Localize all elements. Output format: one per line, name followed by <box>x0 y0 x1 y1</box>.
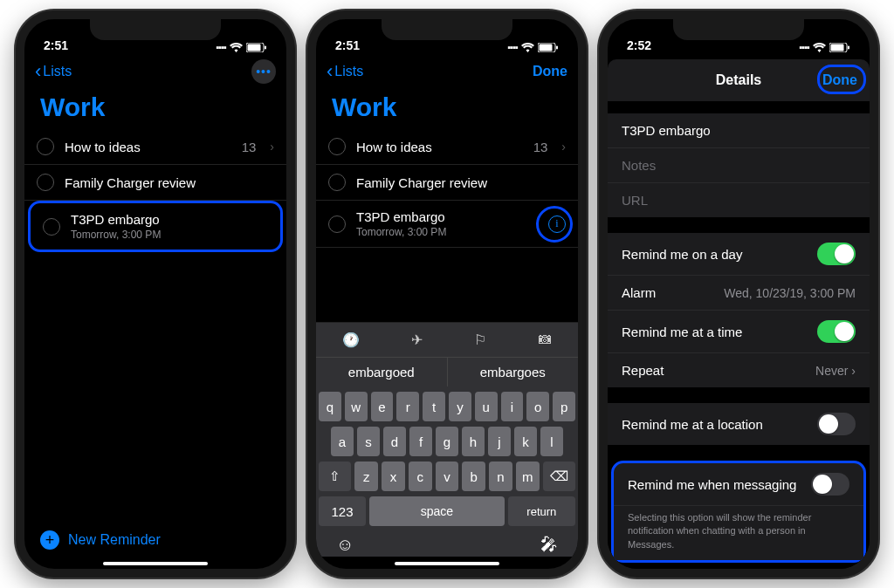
backspace-key[interactable]: ⌫ <box>543 462 575 491</box>
phone-edit-view: 2:51 ▪▪▪▪ ‹ Lists Done Work How to ideas… <box>307 10 587 578</box>
key[interactable]: o <box>526 392 549 421</box>
status-indicators: ▪▪▪▪ <box>507 42 559 52</box>
cellular-icon: ▪▪▪▪ <box>799 42 809 52</box>
battery-icon <box>538 43 559 52</box>
remind-time-toggle[interactable] <box>817 320 856 343</box>
key[interactable]: u <box>475 392 498 421</box>
key[interactable]: t <box>423 392 445 421</box>
remind-messaging-row[interactable]: Remind me when messaging <box>614 463 863 506</box>
reminder-radio[interactable] <box>328 215 346 233</box>
chevron-left-icon: ‹ <box>327 62 333 81</box>
details-title: Details <box>716 72 761 88</box>
dictation-button[interactable]: 🎤︎ <box>540 535 558 555</box>
svg-rect-4 <box>540 44 553 51</box>
home-indicator[interactable] <box>103 562 208 565</box>
reminder-title: T3PD embargo <box>71 212 268 227</box>
remind-location-toggle[interactable] <box>817 413 856 435</box>
repeat-row[interactable]: Repeat Never › <box>608 353 870 387</box>
notch <box>90 19 221 40</box>
key[interactable]: p <box>553 392 575 421</box>
key[interactable]: j <box>488 427 511 456</box>
reminder-row[interactable]: Family Charger review <box>316 165 578 201</box>
key[interactable]: n <box>489 462 512 491</box>
emoji-button[interactable]: ☺ <box>336 535 354 555</box>
key[interactable]: c <box>409 462 432 491</box>
done-button[interactable]: Done <box>533 64 567 79</box>
status-indicators: ▪▪▪▪ <box>216 42 267 52</box>
svg-rect-8 <box>848 45 849 49</box>
reminder-row-highlighted[interactable]: T3PD embargo Tomorrow, 3:00 PM <box>28 201 283 252</box>
reminder-row[interactable]: Family Charger review <box>24 165 286 201</box>
key[interactable]: v <box>436 462 459 491</box>
reminder-row-editing[interactable]: T3PD embargo Tomorrow, 3:00 PM i <box>316 201 578 248</box>
key[interactable]: w <box>345 392 368 421</box>
reminder-radio[interactable] <box>37 174 54 191</box>
suggestion[interactable]: embargoed <box>316 358 448 386</box>
done-button[interactable]: Done <box>822 72 857 88</box>
key[interactable]: m <box>516 462 540 491</box>
shift-key[interactable]: ⇧ <box>319 462 351 491</box>
key[interactable]: a <box>331 427 354 456</box>
remind-location-row[interactable]: Remind me at a location <box>608 403 870 445</box>
key[interactable]: l <box>540 427 563 456</box>
info-button[interactable]: i <box>548 215 566 233</box>
key[interactable]: d <box>383 427 406 456</box>
return-key[interactable]: return <box>508 496 575 526</box>
remind-time-row[interactable]: Remind me at a time <box>608 311 870 353</box>
key[interactable]: g <box>436 427 458 456</box>
key[interactable]: q <box>319 392 341 421</box>
reminder-count: 13 <box>242 140 257 154</box>
back-button[interactable]: ‹ Lists <box>35 62 72 81</box>
key[interactable]: h <box>462 427 485 456</box>
key[interactable]: z <box>354 462 378 491</box>
battery-icon <box>246 43 267 52</box>
number-key[interactable]: 123 <box>319 496 366 526</box>
key[interactable]: x <box>382 462 405 491</box>
chevron-right-icon: › <box>561 140 566 154</box>
alarm-row[interactable]: Alarm Wed, 10/23/19, 3:00 PM <box>608 276 870 311</box>
reminder-radio[interactable] <box>328 138 346 155</box>
new-reminder-label: New Reminder <box>68 532 161 548</box>
back-button[interactable]: ‹ Lists <box>327 62 363 81</box>
key[interactable]: k <box>514 427 537 456</box>
reminder-subtitle: Tomorrow, 3:00 PM <box>356 226 538 238</box>
reminder-row[interactable]: How to ideas 13 › <box>316 129 578 165</box>
key[interactable]: f <box>409 427 432 456</box>
key[interactable]: i <box>501 392 524 421</box>
remind-day-toggle[interactable] <box>817 243 856 265</box>
new-reminder-button[interactable]: + New Reminder <box>24 518 286 557</box>
suggestion[interactable]: embargoes <box>448 358 579 386</box>
reminder-radio[interactable] <box>37 138 54 155</box>
key[interactable]: y <box>449 392 471 421</box>
key[interactable]: r <box>396 392 419 421</box>
location-icon[interactable]: ✈︎ <box>411 332 423 348</box>
key[interactable]: s <box>357 427 380 456</box>
notes-field[interactable]: Notes <box>608 148 870 183</box>
flag-icon[interactable]: ⚐ <box>474 332 486 348</box>
plus-icon: + <box>40 530 59 550</box>
title-field[interactable]: T3PD embargo <box>608 113 870 148</box>
chevron-right-icon: › <box>270 140 274 154</box>
url-field[interactable]: URL <box>608 183 870 217</box>
more-button[interactable]: ••• <box>251 59 276 84</box>
list-title: Work <box>316 89 578 129</box>
cellular-icon: ▪▪▪▪ <box>216 42 226 52</box>
back-label: Lists <box>43 64 72 79</box>
reminder-title: Family Charger review <box>65 175 274 190</box>
camera-icon[interactable]: 📷︎ <box>538 332 552 348</box>
key[interactable]: b <box>462 462 485 491</box>
space-key[interactable]: space <box>369 496 505 526</box>
reminder-radio[interactable] <box>43 218 60 236</box>
svg-rect-2 <box>265 45 266 49</box>
reminder-title: T3PD embargo <box>356 209 538 224</box>
time-icon[interactable]: 🕐 <box>342 332 360 348</box>
reminder-radio[interactable] <box>328 174 346 191</box>
remind-messaging-toggle[interactable] <box>811 473 849 496</box>
reminder-row[interactable]: How to ideas 13 › <box>24 129 286 165</box>
key[interactable]: e <box>371 392 394 421</box>
home-indicator[interactable] <box>395 562 499 565</box>
notes-placeholder: Notes <box>622 158 656 173</box>
remind-day-row[interactable]: Remind me on a day <box>608 233 870 276</box>
phone-details-view: 2:52 ▪▪▪▪ Details Done T3PD embargo Note… <box>599 10 878 578</box>
wifi-icon <box>813 43 826 52</box>
